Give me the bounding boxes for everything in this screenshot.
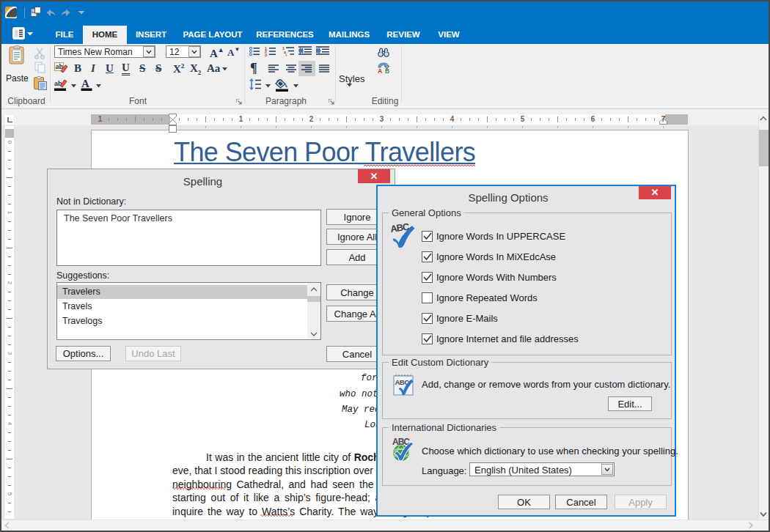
svg-text:A: A (378, 67, 382, 73)
svg-text:B: B (385, 67, 389, 73)
svg-text:A: A (81, 78, 89, 89)
svg-text:3: 3 (265, 53, 267, 56)
svg-text:i: i (286, 53, 287, 56)
